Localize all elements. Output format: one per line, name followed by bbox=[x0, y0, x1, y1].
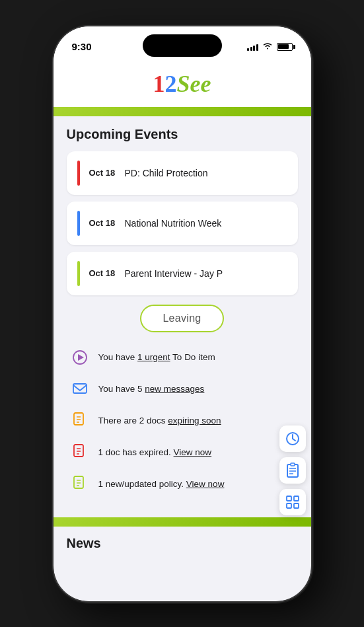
bottom-divider bbox=[54, 517, 311, 527]
status-bar: 9:30 bbox=[54, 26, 311, 62]
svg-rect-11 bbox=[74, 476, 83, 488]
event-accent-1 bbox=[77, 161, 80, 186]
event-card-2[interactable]: Oct 18 National Nutrition Week bbox=[67, 202, 298, 245]
leaving-button-wrapper: Leaving bbox=[67, 305, 298, 332]
svg-line-17 bbox=[293, 439, 295, 441]
status-icons bbox=[247, 42, 293, 52]
event-name-3: Parent Interview - Jay P bbox=[125, 268, 223, 279]
policy-doc-icon bbox=[69, 474, 91, 495]
dynamic-island bbox=[143, 34, 222, 57]
svg-rect-23 bbox=[287, 496, 291, 501]
signal-bar-1 bbox=[247, 48, 249, 51]
signal-bar-4 bbox=[256, 44, 258, 51]
news-section: News bbox=[54, 527, 311, 560]
notif-messages[interactable]: You have 5 new messages bbox=[67, 373, 298, 405]
fab-container bbox=[279, 425, 306, 515]
notif-expired-doc[interactable]: 1 doc has expired. View now bbox=[67, 437, 298, 468]
header-divider bbox=[54, 107, 311, 116]
svg-rect-2 bbox=[73, 384, 87, 393]
todo-icon bbox=[69, 347, 91, 368]
battery-icon bbox=[277, 43, 293, 51]
upcoming-events-title: Upcoming Events bbox=[67, 127, 298, 142]
news-title: News bbox=[67, 536, 298, 551]
notif-todo-text: You have 1 urgent To Do item bbox=[98, 352, 215, 362]
event-date-3: Oct 18 bbox=[89, 268, 116, 278]
phone-screen: 9:30 bbox=[54, 26, 311, 601]
notif-expiring-docs[interactable]: There are 2 docs expiring soon bbox=[67, 405, 298, 437]
notif-expired-text: 1 doc has expired. View now bbox=[98, 447, 212, 457]
main-content: Upcoming Events Oct 18 PD: Child Protect… bbox=[54, 116, 311, 511]
clock-fab-button[interactable] bbox=[279, 425, 306, 452]
grid-fab-button[interactable] bbox=[279, 489, 306, 515]
svg-rect-19 bbox=[291, 463, 295, 466]
event-name-1: PD: Child Protection bbox=[125, 168, 208, 178]
event-accent-2 bbox=[77, 211, 80, 236]
clipboard-fab-button[interactable] bbox=[279, 457, 306, 484]
notif-expiring-text: There are 2 docs expiring soon bbox=[98, 416, 221, 425]
event-card-3[interactable]: Oct 18 Parent Interview - Jay P bbox=[67, 252, 298, 295]
notif-messages-text: You have 5 new messages bbox=[98, 384, 205, 394]
leaving-button[interactable]: Leaving bbox=[140, 305, 223, 332]
event-date-1: Oct 18 bbox=[89, 168, 116, 178]
svg-rect-3 bbox=[74, 413, 83, 425]
phone-frame: 9:30 bbox=[54, 26, 311, 601]
svg-marker-1 bbox=[78, 354, 84, 361]
expiring-doc-icon bbox=[69, 410, 91, 431]
event-accent-3 bbox=[77, 261, 80, 286]
svg-rect-26 bbox=[294, 503, 299, 508]
svg-rect-24 bbox=[294, 496, 299, 501]
app-logo: 12See bbox=[153, 70, 211, 98]
signal-bars-icon bbox=[247, 43, 258, 51]
logo-1: 1 bbox=[153, 71, 165, 97]
message-icon bbox=[69, 379, 91, 400]
logo-2: 2 bbox=[165, 71, 177, 97]
notification-list: You have 1 urgent To Do item You have 5 … bbox=[67, 342, 298, 500]
logo-see: See bbox=[177, 71, 211, 97]
app-header: 12See bbox=[54, 62, 311, 107]
svg-rect-25 bbox=[287, 503, 291, 508]
status-time: 9:30 bbox=[72, 41, 92, 52]
notif-policy[interactable]: 1 new/updated policy. View now bbox=[67, 468, 298, 500]
svg-rect-7 bbox=[74, 445, 83, 457]
battery-fill bbox=[278, 44, 289, 49]
event-card-1[interactable]: Oct 18 PD: Child Protection bbox=[67, 151, 298, 195]
event-date-2: Oct 18 bbox=[89, 218, 116, 228]
signal-bar-2 bbox=[250, 47, 252, 51]
signal-bar-3 bbox=[253, 46, 255, 51]
notif-policy-text: 1 new/updated policy. View now bbox=[98, 479, 225, 489]
wifi-icon bbox=[262, 42, 273, 52]
expired-doc-icon bbox=[69, 442, 91, 463]
notif-todo[interactable]: You have 1 urgent To Do item bbox=[67, 342, 298, 373]
event-name-2: National Nutrition Week bbox=[125, 218, 222, 229]
